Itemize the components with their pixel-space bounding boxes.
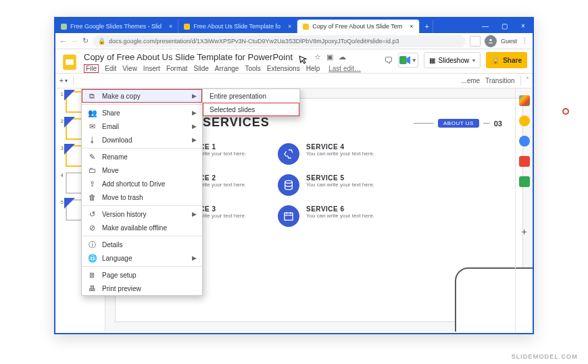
menu-item-label: Details: [102, 241, 123, 249]
calendar-icon: [278, 205, 299, 227]
meet-button[interactable]: ▼: [398, 53, 418, 68]
file-dropdown-menu: ⧉Make a copy▶ 👥Share▶ ✉Email▶ ⭳Download▶…: [81, 88, 203, 296]
new-tab-button[interactable]: +: [420, 20, 433, 33]
share-button[interactable]: 🔒Share: [486, 52, 527, 68]
url-input[interactable]: 🔒docs.google.com/presentation/d/1X3iWwXP…: [93, 35, 466, 47]
avatar-icon[interactable]: [485, 35, 497, 47]
menu-slide[interactable]: Slide: [194, 65, 209, 72]
service-title: SERVICE 5: [306, 174, 374, 182]
doc-header: Copy of Free About Us Slide Template for…: [55, 49, 533, 74]
star-icon[interactable]: ☆: [314, 53, 321, 61]
menu-add-shortcut[interactable]: ⇪Add shortcut to Drive: [82, 177, 202, 190]
thumb-number: 3: [58, 145, 64, 151]
menu-extensions[interactable]: Extensions: [267, 65, 300, 72]
close-button[interactable]: ×: [514, 22, 533, 30]
menu-help[interactable]: Help: [306, 65, 320, 72]
menu-make-a-copy[interactable]: ⧉Make a copy▶: [82, 89, 202, 103]
menu-item-label: Make a copy: [102, 93, 141, 100]
menu-share[interactable]: 👥Share▶: [82, 106, 202, 120]
menu-view[interactable]: View: [122, 65, 137, 72]
menu-email[interactable]: ✉Email▶: [82, 120, 202, 133]
menu-edit[interactable]: Edit: [105, 65, 116, 72]
service-desc: You can write your text here.: [306, 213, 374, 219]
menu-move[interactable]: 🗀Move: [82, 163, 202, 177]
maximize-button[interactable]: ▢: [495, 22, 514, 30]
menu-item-label: Email: [102, 123, 119, 130]
menu-rename[interactable]: ✎Rename: [82, 150, 202, 163]
browser-tab-active[interactable]: Copy of Free About Us Slide Tem×: [297, 20, 419, 33]
move-icon: 🗀: [88, 166, 96, 174]
reload-button[interactable]: ↻: [82, 36, 89, 45]
email-icon: ✉: [88, 122, 96, 131]
menu-format[interactable]: Format: [166, 65, 188, 72]
slideshow-button[interactable]: ▦Slideshow▾: [424, 52, 481, 68]
offline-icon: ⊘: [88, 224, 96, 232]
menu-page-setup[interactable]: 🗎Page setup: [82, 268, 202, 282]
page-setup-icon: 🗎: [88, 271, 96, 279]
favicon: [303, 24, 309, 30]
menu-language[interactable]: 🌐Language▶: [82, 251, 202, 265]
browser-tab[interactable]: Free About Us Slide Template fo×: [178, 20, 297, 33]
mouse-cursor-icon: [299, 54, 308, 65]
menu-version-history[interactable]: ↺Version history▶: [82, 207, 202, 221]
service-desc: You can write your text here.: [306, 151, 374, 157]
browser-tabstrip: Free Google Slides Themes - Slid× Free A…: [55, 18, 476, 33]
share-icon: 👥: [88, 109, 96, 118]
tab-label: Copy of Free About Us Slide Tem: [312, 23, 402, 30]
thumb-number: 4: [58, 172, 64, 178]
cloud-status-icon[interactable]: ☁: [339, 53, 346, 61]
doc-title[interactable]: Copy of Free About Us Slide Template for…: [84, 52, 293, 62]
keep-icon[interactable]: [519, 115, 530, 126]
tab-close-icon[interactable]: ×: [288, 23, 291, 30]
menu-file[interactable]: File: [84, 64, 99, 73]
menu-item-label: Language: [102, 255, 132, 262]
svg-rect-3: [399, 56, 407, 64]
minimize-button[interactable]: —: [476, 22, 495, 30]
last-edit-link[interactable]: Last edit…: [328, 65, 361, 72]
menu-insert[interactable]: Insert: [143, 65, 160, 72]
menu-item-label: Add shortcut to Drive: [102, 180, 165, 188]
favicon: [61, 24, 67, 30]
calendar-icon[interactable]: [519, 95, 530, 106]
tasks-icon[interactable]: [519, 136, 530, 147]
comments-icon[interactable]: 🗨: [384, 55, 393, 66]
doc-title-row: Copy of Free About Us Slide Template for…: [84, 52, 378, 62]
menu-tools[interactable]: Tools: [245, 65, 260, 72]
menu-item-label: Rename: [102, 153, 128, 161]
submenu-selected-slides[interactable]: Selected slides: [203, 103, 299, 116]
transition-button[interactable]: Transition: [485, 77, 515, 84]
header-actions: 🗨 ▼ ▦Slideshow▾ 🔒Share: [384, 52, 527, 68]
toolbar-chevron-up-icon[interactable]: ˆ: [526, 77, 529, 84]
slideshow-label: Slideshow: [439, 57, 470, 64]
tab-label: Free Google Slides Themes - Slid: [70, 23, 162, 30]
service-item: SERVICE 4You can write your text here.: [278, 143, 393, 165]
menu-print-preview[interactable]: 🖶Print preview: [82, 282, 202, 295]
share-label: Share: [503, 57, 522, 64]
move-to-drive-icon[interactable]: ▣: [326, 53, 333, 61]
browser-tab[interactable]: Free Google Slides Themes - Slid×: [55, 20, 178, 33]
toolbar: + ▾ ...eme Transition ˆ: [55, 74, 533, 88]
browser-menu-button[interactable]: ⋮: [521, 36, 529, 45]
maps-icon[interactable]: [519, 176, 530, 187]
add-on-button[interactable]: +: [521, 226, 526, 237]
menu-download[interactable]: ⭳Download▶: [82, 133, 202, 147]
rename-icon: ✎: [88, 153, 96, 161]
forward-button[interactable]: →: [71, 37, 78, 45]
new-slide-button[interactable]: + ▾: [59, 77, 68, 84]
menu-arrange[interactable]: Arrange: [215, 65, 239, 72]
menu-details[interactable]: ⓘDetails: [82, 238, 202, 251]
menu-item-label: Move: [102, 167, 118, 174]
submenu-entire-presentation[interactable]: Entire presentation: [203, 89, 299, 103]
submenu-arrow-icon: ▶: [192, 123, 197, 130]
menu-make-offline[interactable]: ⊘Make available offline: [82, 221, 202, 234]
back-button[interactable]: ←: [59, 37, 67, 45]
tab-close-icon[interactable]: ×: [169, 23, 172, 30]
contacts-icon[interactable]: [519, 156, 530, 167]
theme-button[interactable]: ...eme: [461, 77, 480, 84]
service-title: SERVICE 6: [306, 205, 374, 213]
menu-move-to-trash[interactable]: 🗑Move to trash: [82, 190, 202, 204]
submenu-arrow-icon: ▶: [192, 136, 197, 143]
extension-button[interactable]: [470, 36, 481, 47]
tab-close-icon[interactable]: ×: [410, 23, 413, 30]
download-icon: ⭳: [88, 136, 96, 144]
